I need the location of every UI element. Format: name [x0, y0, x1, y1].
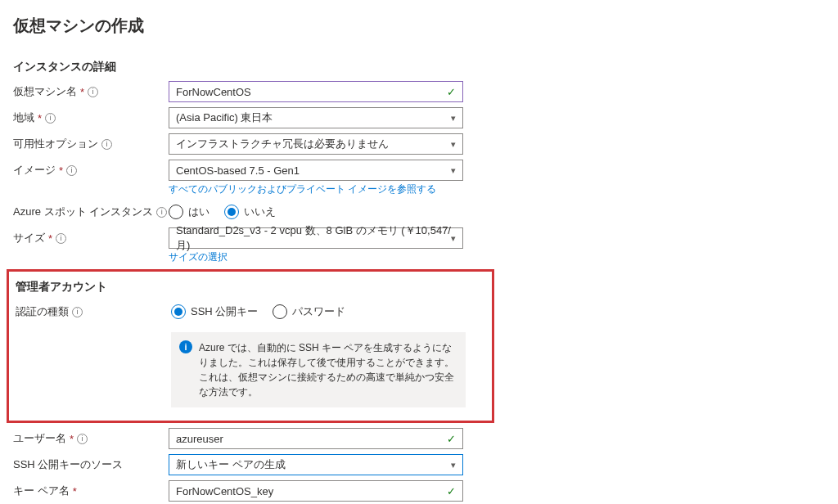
auth-ssh-label: SSH 公開キー — [191, 304, 258, 319]
info-icon[interactable]: i — [156, 207, 167, 218]
keypair-value: ForNowCentOS_key — [176, 485, 273, 497]
image-select[interactable]: CentOS-based 7.5 - Gen1 ▾ — [169, 160, 463, 181]
chevron-down-icon: ▾ — [451, 460, 456, 470]
spot-no-label: いいえ — [244, 205, 276, 219]
highlight-admin-section: 管理者アカウント 認証の種類 i SSH 公開キー パスワード i — [7, 269, 494, 423]
check-icon: ✓ — [447, 86, 456, 98]
required-star: * — [73, 485, 77, 497]
auth-ssh-radio[interactable]: SSH 公開キー — [171, 304, 258, 319]
username-input[interactable]: azureuser ✓ — [169, 428, 463, 449]
info-icon: i — [179, 340, 192, 353]
chevron-down-icon: ▾ — [451, 165, 456, 176]
size-select[interactable]: Standard_D2s_v3 - 2 vcpu 数、8 GiB のメモリ (￥… — [169, 227, 463, 249]
spot-no-radio[interactable]: いいえ — [224, 205, 276, 219]
spot-label: Azure スポット インスタンス — [13, 205, 153, 219]
chevron-down-icon: ▾ — [451, 139, 456, 150]
auth-type-radio-group: SSH 公開キー パスワード — [171, 301, 466, 319]
spot-yes-radio[interactable]: はい — [169, 205, 210, 219]
availability-select[interactable]: インフラストラクチャ冗長は必要ありません ▾ — [169, 133, 463, 155]
required-star: * — [70, 433, 74, 445]
required-star: * — [48, 232, 52, 245]
availability-label: 可用性オプション — [13, 137, 98, 151]
page-title: 仮想マシンの作成 — [13, 15, 825, 37]
info-icon[interactable]: i — [56, 233, 66, 244]
username-label: ユーザー名 — [13, 431, 66, 446]
username-value: azureuser — [176, 433, 223, 445]
keypair-label: キー ペア名 — [13, 484, 70, 498]
vm-name-label: 仮想マシン名 — [13, 84, 77, 99]
ssh-info-text: Azure では、自動的に SSH キー ペアを生成するようになりました。これは… — [199, 342, 454, 398]
check-icon: ✓ — [447, 433, 456, 445]
auth-password-radio[interactable]: パスワード — [273, 304, 345, 319]
ssh-info-banner: i Azure では、自動的に SSH キー ペアを生成するようになりました。こ… — [171, 332, 466, 407]
spot-radio-group: はい いいえ — [169, 201, 463, 219]
info-icon[interactable]: i — [101, 139, 112, 150]
info-icon[interactable]: i — [66, 165, 77, 176]
info-icon[interactable]: i — [77, 434, 88, 444]
region-label: 地域 — [13, 110, 34, 125]
region-value: (Asia Pacific) 東日本 — [176, 110, 273, 125]
ssh-source-label: SSH 公開キーのソース — [13, 457, 123, 472]
vm-name-input[interactable]: ForNowCentOS ✓ — [169, 81, 463, 102]
required-star: * — [80, 86, 84, 98]
info-icon[interactable]: i — [88, 87, 98, 97]
keypair-input[interactable]: ForNowCentOS_key ✓ — [169, 480, 463, 502]
size-label: サイズ — [13, 231, 45, 245]
ssh-source-value: 新しいキー ペアの生成 — [176, 457, 286, 472]
required-star: * — [38, 112, 42, 124]
info-icon[interactable]: i — [72, 307, 83, 317]
auth-type-label: 認証の種類 — [16, 304, 69, 319]
spot-yes-label: はい — [188, 205, 210, 219]
info-icon[interactable]: i — [45, 113, 56, 124]
image-value: CentOS-based 7.5 - Gen1 — [176, 164, 300, 177]
vm-name-value: ForNowCentOS — [176, 86, 251, 98]
section-instance-details: インスタンスの詳細 — [13, 60, 825, 74]
availability-value: インフラストラクチャ冗長は必要ありません — [176, 137, 389, 151]
image-label: イメージ — [13, 163, 56, 178]
image-browse-link[interactable]: すべてのパブリックおよびプライベート イメージを参照する — [169, 182, 436, 196]
chevron-down-icon: ▾ — [451, 113, 456, 124]
size-value: Standard_D2s_v3 - 2 vcpu 数、8 GiB のメモリ (￥… — [176, 223, 451, 253]
section-admin-account: 管理者アカウント — [16, 280, 485, 295]
region-select[interactable]: (Asia Pacific) 東日本 ▾ — [169, 107, 463, 128]
chevron-down-icon: ▾ — [451, 233, 456, 244]
required-star: * — [59, 164, 63, 177]
ssh-source-select[interactable]: 新しいキー ペアの生成 ▾ — [169, 454, 463, 475]
size-select-link[interactable]: サイズの選択 — [169, 250, 228, 264]
check-icon: ✓ — [447, 485, 456, 497]
auth-password-label: パスワード — [292, 304, 345, 319]
